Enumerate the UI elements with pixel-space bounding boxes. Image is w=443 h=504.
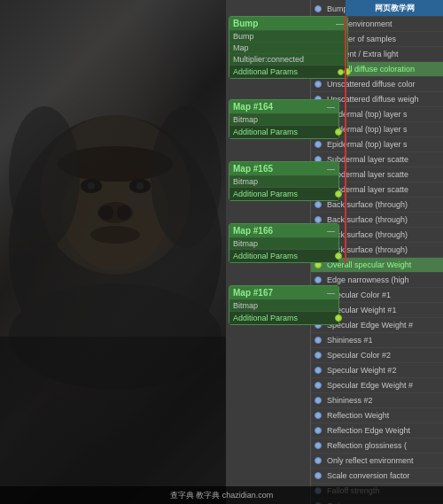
node-bump[interactable]: Bump — Bump Map Multiplier:connected Add… (229, 16, 348, 79)
property-item-28[interactable]: Reflection Edge Weight (311, 423, 443, 438)
bottom-watermark: 查字典 教字典 chazidian.com (0, 486, 443, 504)
property-label-5: Unscattered diffuse color (327, 80, 415, 89)
node-map166-header: Map #166 — (229, 224, 338, 237)
property-item-26[interactable]: Shininess #2 (311, 393, 443, 408)
node-map165-subtitle: Bitmap (229, 175, 338, 187)
node-map166[interactable]: Map #166 — Bitmap Additional Params (229, 223, 339, 263)
property-dot-29 (315, 442, 322, 449)
property-dot-5 (315, 81, 322, 88)
property-dot-9 (315, 141, 322, 148)
property-label-13: Back surface (through) (327, 200, 408, 209)
node-bump-header: Bump — (229, 17, 347, 30)
node-map165-params[interactable]: Additional Params (229, 187, 338, 200)
property-item-5[interactable]: Unscattered diffuse color (311, 77, 443, 92)
property-dot-30 (315, 457, 322, 464)
property-label-30: Only reflect environment (327, 456, 414, 465)
node-map167-title: Map #167 (233, 288, 273, 298)
node-bump-row-multiplier: Multiplier:connected (229, 53, 347, 65)
svg-point-13 (151, 106, 222, 248)
node-map165-connector (335, 190, 342, 198)
property-label-17: Overall specular Weight (327, 260, 411, 269)
property-item-9[interactable]: Epidermal (top) layer s (311, 137, 443, 152)
property-item-31[interactable]: Scale conversion factor (311, 469, 443, 484)
node-map167-header: Map #167 — (229, 286, 338, 299)
property-dot-25 (315, 382, 322, 389)
svg-point-11 (90, 226, 140, 244)
node-map165-title: Map #165 (233, 164, 273, 174)
property-label-28: Reflection Edge Weight (327, 426, 410, 435)
node-map166-connector (335, 252, 342, 260)
svg-point-10 (117, 205, 131, 220)
node-bump-collapse[interactable]: — (336, 19, 344, 28)
property-dot-24 (315, 367, 322, 374)
node-map167-collapse[interactable]: — (327, 289, 335, 298)
node-map164-title: Map #164 (233, 102, 273, 112)
node-map164-header: Map #164 — (229, 100, 338, 113)
node-map167-subtitle: Bitmap (229, 299, 338, 311)
node-map166-title: Map #166 (233, 226, 273, 236)
background-image (0, 0, 230, 504)
property-item-25[interactable]: Specular Edge Weight # (311, 378, 443, 393)
property-label-6: Unscattered diffuse weigh (327, 95, 418, 104)
node-bump-row-map: Map (229, 42, 347, 53)
svg-rect-15 (0, 337, 230, 504)
node-map164[interactable]: Map #164 — Bitmap Additional Params (229, 99, 339, 139)
svg-point-9 (99, 205, 113, 220)
node-bump-output-dot (338, 69, 344, 75)
property-label-14: Back surface (through) (327, 215, 408, 224)
property-item-27[interactable]: Reflection Weight (311, 408, 443, 423)
property-dot-13 (315, 201, 322, 208)
node-bump-title: Bump (233, 19, 258, 28)
property-item-29[interactable]: Reflection glossiness ( (311, 438, 443, 454)
property-dot-14 (315, 216, 322, 223)
watermark-text: 网页教学网 (375, 3, 415, 14)
property-dot-31 (315, 472, 322, 479)
property-item-23[interactable]: Specular Color #2 (311, 348, 443, 363)
property-dot-26 (315, 397, 322, 404)
property-label-24: Specular Weight #2 (327, 366, 396, 375)
property-item-24[interactable]: Specular Weight #2 (311, 363, 443, 378)
node-bump-params[interactable]: Additional Params (229, 65, 347, 78)
node-map165[interactable]: Map #165 — Bitmap Additional Params (229, 161, 339, 201)
node-map165-header: Map #165 — (229, 162, 338, 175)
property-dot-23 (315, 352, 322, 359)
node-map167-connector (335, 314, 342, 322)
node-map164-connector (335, 128, 342, 136)
svg-point-12 (9, 106, 80, 248)
node-bump-subtitle: Bump (229, 30, 347, 42)
node-map165-collapse[interactable]: — (327, 165, 335, 174)
property-dot-0 (315, 5, 322, 12)
node-map164-collapse[interactable]: — (327, 103, 335, 112)
top-watermark: 网页教学网 (346, 0, 443, 16)
property-dot-22 (315, 337, 322, 344)
property-label-25: Specular Edge Weight # (327, 381, 413, 390)
property-dot-28 (315, 427, 322, 434)
property-label-26: Shininess #2 (327, 396, 373, 405)
property-label-23: Specular Color #2 (327, 351, 391, 360)
node-map167-params[interactable]: Additional Params (229, 311, 338, 324)
node-map166-collapse[interactable]: — (327, 227, 335, 236)
property-dot-18 (315, 276, 322, 283)
svg-point-7 (136, 182, 144, 190)
property-label-9: Epidermal (top) layer s (327, 140, 408, 149)
property-dot-27 (315, 412, 322, 419)
node-map167[interactable]: Map #167 — Bitmap Additional Params (229, 285, 339, 325)
property-label-18: Edge narrowness (high (327, 275, 409, 284)
svg-point-6 (88, 182, 95, 190)
property-label-27: Reflection Weight (327, 411, 389, 420)
bottom-watermark-text: 查字典 教字典 chazidian.com (170, 490, 274, 501)
property-item-30[interactable]: Only reflect environment (311, 454, 443, 469)
property-label-21: Specular Edge Weight # (327, 321, 413, 330)
node-map166-subtitle: Bitmap (229, 237, 338, 249)
connection-line (345, 16, 346, 264)
property-label-22: Shininess #1 (327, 336, 373, 345)
node-map166-params[interactable]: Additional Params (229, 249, 338, 262)
property-label-31: Scale conversion factor (327, 471, 410, 480)
node-map164-subtitle: Bitmap (229, 113, 338, 125)
property-item-22[interactable]: Shininess #1 (311, 333, 443, 348)
property-label-29: Reflection glossiness ( (327, 441, 407, 450)
node-map164-params[interactable]: Additional Params (229, 125, 338, 138)
